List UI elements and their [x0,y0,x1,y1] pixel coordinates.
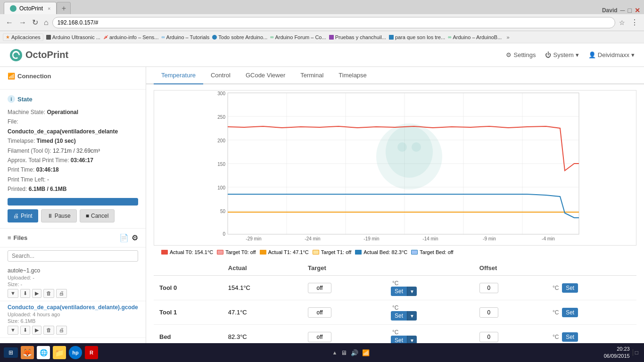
filename-row: Conducto_de_capa(ventiladores_delante [8,127,138,136]
file-delete-1[interactable]: 🗑 [43,289,54,298]
show-desktop-btn[interactable]: □ [633,349,640,356]
file-download-1[interactable]: ⬇ [20,289,30,298]
file-expand-2[interactable]: ▼ [8,326,18,335]
bookmark-pruebas[interactable]: Pruebas y chanchuil... [329,34,386,40]
pause-button[interactable]: ⏸ Pause [41,209,77,222]
bed-offset-set-button[interactable]: Set [562,332,578,342]
print-buttons: 🖨 Print ⏸ Pause ■ Cancel [8,209,138,222]
chart-container: 300 250 200 150 100 50 0 -29 min -24 min… [146,84,644,349]
bookmark-arduino-tutorials[interactable]: ∞ Arduino – Tutorials [161,34,209,40]
bed-offset-input[interactable] [479,332,498,342]
print-time-row: Print Time: 03:46:18 [8,165,138,174]
taskbar-icon-hp[interactable]: hp [69,346,82,359]
tool0-set-arrow[interactable]: ▼ [407,287,417,296]
bookmark-arduino-forum[interactable]: ∞ Arduino Forum – Co... [270,34,326,40]
home-button[interactable]: ⌂ [42,17,50,28]
taskbar-icon-firefox[interactable]: 🦊 [21,346,34,359]
tool0-offset-input[interactable] [479,283,498,293]
bookmark-icon-todo [212,35,217,40]
bookmark-arduinob[interactable]: ∞ Arduino – ArduinoB... [448,34,502,40]
cancel-button[interactable]: ■ Cancel [80,209,115,222]
active-tab[interactable]: OctoPrint × [4,2,57,14]
bookmark-para-que[interactable]: para que son los tre... [389,34,445,40]
tab-gcode-viewer[interactable]: GCode Viewer [238,67,293,84]
tool1-offset-set-button[interactable]: Set [562,308,578,317]
taskbar-icon-files[interactable]: 📁 [53,346,66,359]
tool1-target-input-cell [302,300,385,325]
tool0-set-button[interactable]: Set [391,287,407,296]
bookmark-arduino-ultrasonic[interactable]: Arduino Ultrasonic ... [46,34,100,40]
octoprint-header: OctoPrint ⚙ Settings ⏻ System ▾ 👤 Deivid… [0,43,644,67]
user-nav[interactable]: 👤 Deividmaxx ▾ [588,51,635,58]
bookmark-arduino-info[interactable]: 🌶 arduino-info – Sens... [103,34,159,40]
bookmark-todo-arduino[interactable]: Todo sobre Arduino... [212,34,267,40]
file-upload-icon[interactable]: 📄 [119,233,129,242]
print-button[interactable]: 🖨 Print [8,209,38,222]
sound-icon[interactable]: 🔊 [351,349,358,356]
main-content: Temperature Control GCode Viewer Termina… [146,67,644,362]
forward-button[interactable]: → [17,17,28,28]
file-delete-2[interactable]: 🗑 [43,326,54,335]
signal-icon[interactable]: 📶 [362,349,370,356]
bed-target-input[interactable] [308,332,331,342]
files-search[interactable] [8,250,138,262]
tab-control[interactable]: Control [203,67,238,84]
tool1-offset-unit: °C [553,309,559,316]
file-settings-icon[interactable]: ⚙ [132,233,138,242]
maximize-btn[interactable]: □ [628,7,632,14]
tool1-offset-input[interactable] [479,307,498,318]
tab-temperature[interactable]: Temperature [154,67,203,84]
tab-label: OctoPrint [19,5,43,12]
sidebar: 📶 Connection i State Machine State: Oper… [0,67,146,362]
tool1-target-input[interactable] [308,307,331,318]
tool1-offset-input-cell [474,300,545,325]
address-input[interactable] [52,17,615,28]
svg-text:50: 50 [220,209,226,214]
bookmark-aplicaciones[interactable]: ★ Aplicaciones [3,33,43,41]
network-icon[interactable]: 🖥 [341,349,347,356]
tool1-set-button[interactable]: Set [391,311,407,321]
show-desktop-icon[interactable]: ▲ [332,350,337,355]
system-nav[interactable]: ⏻ System ▾ [545,51,578,58]
minimize-btn[interactable]: ─ [620,7,625,14]
settings-nav[interactable]: ⚙ Settings [506,51,536,58]
progress-bar-inner [8,198,138,206]
col-header-target: Target [302,261,474,276]
reload-button[interactable]: ↻ [30,17,40,28]
file-print-1[interactable]: 🖨 [56,289,67,298]
back-button[interactable]: ← [4,17,15,28]
new-tab[interactable]: + [57,2,71,14]
legend-label-actual-t0: Actual T0: 154.1°C [170,249,213,255]
bookmarks-more[interactable]: » [506,34,509,40]
file-name-2: Conducto_de_capa(ventiladores_delante).g… [8,304,138,311]
tab-timelapse[interactable]: Timelapse [331,67,374,84]
taskbar-icon-chrome[interactable]: 🌐 [37,346,50,359]
bookmark-star[interactable]: ☆ [617,18,627,27]
state-label: i State [8,95,138,103]
tab-close-btn[interactable]: × [48,6,50,11]
svg-point-16 [397,142,407,152]
file-meta-uploaded-1: Uploaded: - [8,275,138,280]
clock: 20:23 [604,346,630,353]
svg-point-17 [412,142,421,152]
taskbar-icon-roblox[interactable]: R [85,346,98,359]
tool0-target-input-cell [302,276,385,300]
svg-text:-24 min: -24 min [305,236,320,241]
tool1-set-arrow[interactable]: ▼ [407,311,417,321]
tab-bar: OctoPrint × + David ─ □ ✕ [0,0,644,14]
legend-label-target-bed: Target Bed: off [420,249,453,255]
file-expand-1[interactable]: ▼ [8,289,18,298]
date: 06/09/2015 [604,353,630,360]
tool0-target-input[interactable] [308,283,331,293]
chrome-menu[interactable]: ⋮ [629,17,640,28]
file-select-2[interactable]: ▶ [32,326,41,335]
search-box [0,247,146,264]
tab-terminal[interactable]: Terminal [293,67,331,84]
file-print-2[interactable]: 🖨 [56,326,67,335]
taskbar-time: 20:23 06/09/2015 [604,346,630,360]
file-select-1[interactable]: ▶ [32,289,41,298]
tool0-offset-set-button[interactable]: Set [562,283,578,293]
start-button[interactable]: ⊞ [4,347,18,358]
close-btn[interactable]: ✕ [635,7,640,14]
file-download-2[interactable]: ⬇ [20,326,30,335]
